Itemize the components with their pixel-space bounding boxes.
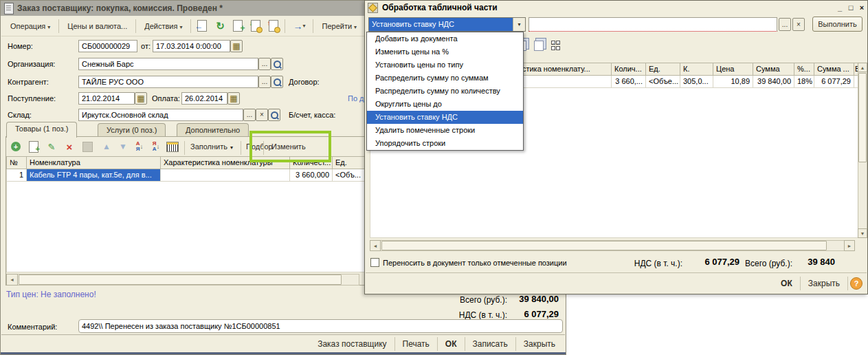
organization-search-button[interactable]	[271, 58, 283, 70]
delete-row-button[interactable]: ×	[63, 140, 76, 153]
payment-date-field[interactable]: 26.02.2014	[181, 92, 227, 105]
sort-desc-button[interactable]: ЯА↓	[149, 140, 163, 153]
copy-column-button[interactable]	[532, 39, 546, 52]
row-cell-sum[interactable]: 39 840,00	[753, 76, 794, 88]
date-calendar-button[interactable]: ▦	[230, 40, 243, 52]
operation-menu-button[interactable]: Операция▾	[4, 19, 56, 33]
date-field[interactable]: 17.03.2014 0:00:00	[153, 40, 230, 52]
row-cell-vat-sum[interactable]: 6 077,29	[814, 76, 854, 88]
supplier-order-button[interactable]: Заказ поставщику	[312, 337, 392, 351]
enter-receipt-button[interactable]: ↓	[247, 19, 265, 34]
contractor-search-button[interactable]	[271, 76, 283, 88]
organization-field[interactable]: Снежный Барс	[78, 58, 258, 70]
tab-goods[interactable]: Товары (1 поз.)	[6, 122, 77, 138]
combobox-drop-button[interactable]: ▾	[513, 18, 525, 31]
receipt-date-field[interactable]: 21.02.2014	[78, 92, 135, 105]
edit-row-button[interactable]: ✎	[45, 140, 58, 153]
scroll-left-button[interactable]: ◄	[6, 274, 18, 286]
menu-item-add-from-document[interactable]: Добавить из документа	[367, 32, 523, 45]
row-cell-characteristic[interactable]	[160, 169, 290, 182]
minimize-button[interactable]: _	[835, 3, 845, 12]
scroll-up-button[interactable]: ▲	[858, 63, 867, 72]
scroll-down-button[interactable]: ▼	[858, 228, 867, 238]
warehouse-select-button[interactable]: ...	[243, 109, 256, 121]
scroll-left-button[interactable]: ◄	[370, 240, 381, 251]
comment-field[interactable]: 4492\\ Перенесен из заказа поставщику №1…	[78, 319, 563, 333]
contractor-select-button[interactable]: ...	[258, 76, 271, 88]
menu-item-order-rows[interactable]: Упорядочить строки	[367, 137, 523, 150]
row-cell-nomenclature[interactable]: Кабель FTP 4 пары, кат.5е, для в...	[26, 169, 161, 182]
move-up-button[interactable]: ▲	[100, 140, 113, 153]
maximize-button[interactable]: □	[846, 3, 856, 12]
column-header-num[interactable]: №	[6, 156, 27, 169]
contractor-field[interactable]: ТАЙЛЕ РУС ООО	[78, 76, 258, 88]
only-marked-checkbox[interactable]	[370, 258, 379, 267]
column-header-vat-pct[interactable]: %...	[794, 63, 814, 76]
refresh-button[interactable]: ↻	[211, 19, 229, 34]
prices-currency-button[interactable]: Цены и валюта...	[61, 19, 133, 33]
close-window-button[interactable]: ×	[857, 3, 867, 12]
enter-payment-button[interactable]: ↑	[265, 19, 282, 34]
row-cell-vat-pct[interactable]: 18%	[794, 76, 814, 88]
warehouse-field[interactable]: Иркутск.Основной склад	[78, 109, 243, 121]
close-button[interactable]: Закрыть	[518, 337, 561, 351]
menu-item-set-prices-by-type[interactable]: Установить цены по типу	[367, 58, 523, 72]
move-down-button[interactable]: ▼	[116, 140, 130, 153]
scroll-thumb[interactable]	[19, 275, 342, 285]
help-icon[interactable]: ?	[850, 277, 863, 290]
column-header-unit[interactable]: Ед.	[645, 63, 680, 76]
menu-item-distribute-by-sums[interactable]: Распределить сумму по суммам	[367, 72, 523, 85]
row-cell-quantity[interactable]: 3 660,...	[611, 76, 646, 88]
end-edit-button-disabled[interactable]	[80, 140, 94, 153]
column-header-k[interactable]: К.	[680, 63, 713, 76]
row-cell-k[interactable]: 305,0...	[680, 76, 713, 88]
sort-asc-button[interactable]: АЯ↓	[133, 140, 146, 153]
column-header-vat-sum[interactable]: Сумма ...	[814, 63, 854, 76]
action-combobox[interactable]: Установить ставку НДС ▾	[368, 17, 526, 32]
action-parameter-field[interactable]	[528, 17, 777, 32]
print-button[interactable]: Печать	[397, 337, 435, 351]
row-cell-price[interactable]: 10,89	[713, 76, 753, 88]
copy-row-button[interactable]: +	[27, 140, 41, 153]
column-header-price[interactable]: Цена	[713, 63, 753, 76]
write-button[interactable]: Записать	[467, 337, 513, 351]
menu-item-delete-marked-rows[interactable]: Удалить помеченные строки	[367, 124, 523, 137]
barcode-button[interactable]	[166, 140, 179, 153]
menu-item-change-prices-pct[interactable]: Изменить цены на %	[367, 45, 523, 58]
payment-calendar-button[interactable]: ▦	[227, 92, 240, 105]
row-cell-num[interactable]: 1	[6, 169, 27, 182]
row-cell-quantity[interactable]: 3 660,000	[289, 169, 333, 182]
dialog-ok-button[interactable]: ОК	[775, 277, 798, 290]
actions-menu-button[interactable]: Действия▾	[138, 19, 188, 33]
ok-button[interactable]: ОК	[440, 337, 463, 351]
scroll-thumb[interactable]	[381, 241, 827, 250]
parameter-clear-button[interactable]: ×	[792, 18, 805, 31]
menu-item-distribute-by-quantity[interactable]: Распределить сумму по количеству	[367, 85, 523, 98]
create-based-on-button[interactable]: →▾	[287, 19, 311, 34]
column-header-sum[interactable]: Сумма	[753, 63, 794, 76]
copy-document-button[interactable]: +	[229, 19, 247, 34]
menu-item-round-prices[interactable]: Округлить цены до	[367, 98, 523, 111]
menu-item-set-vat-rate[interactable]: Установить ставку НДС	[367, 111, 523, 124]
post-document-button[interactable]: ←	[193, 19, 211, 34]
tab-additional[interactable]: Дополнительно	[177, 123, 249, 138]
organization-select-button[interactable]: ...	[258, 58, 271, 70]
warehouse-clear-button[interactable]: ×	[256, 109, 268, 121]
receipt-calendar-button[interactable]: ▦	[135, 92, 147, 105]
dialog-titlebar[interactable]: Обработка табличной части	[365, 1, 867, 14]
warehouse-search-button[interactable]	[268, 109, 280, 121]
parameter-select-button[interactable]: ...	[779, 18, 791, 31]
toggle-marks-button[interactable]: ✓✓	[549, 39, 563, 52]
column-header-nomenclature[interactable]: Номенклатура	[26, 156, 161, 169]
dialog-close-button[interactable]: Закрыть	[803, 277, 845, 290]
add-row-button[interactable]: +	[9, 140, 23, 153]
goto-menu-button[interactable]: Перейти▾	[315, 19, 363, 33]
execute-button[interactable]: Выполнить	[812, 17, 863, 32]
tab-services[interactable]: Услуги (0 поз.)	[98, 123, 166, 138]
number-field[interactable]: СБ000000029	[78, 40, 137, 52]
scroll-right-button[interactable]: ►	[844, 240, 855, 251]
fill-menu-button[interactable]: Заполнить▾	[186, 140, 237, 153]
scroll-thumb[interactable]	[858, 73, 867, 162]
column-header-quantity[interactable]: Колич...	[611, 63, 646, 76]
row-cell-unit[interactable]: <Объе...	[645, 76, 680, 88]
